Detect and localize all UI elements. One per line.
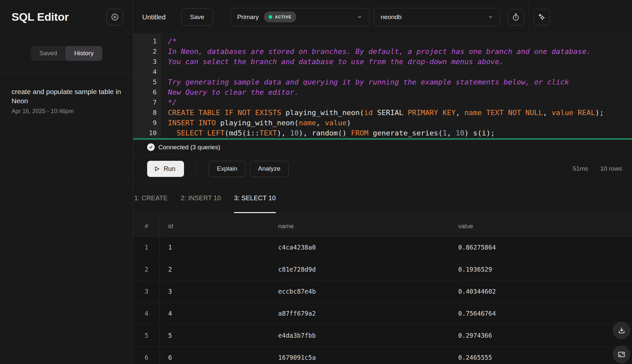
- column-header: value: [450, 223, 632, 230]
- toolbar-divider: [222, 0, 222, 34]
- download-button[interactable]: [613, 322, 630, 339]
- sidebar: SQL Editor Saved History create and popu…: [0, 0, 133, 364]
- line-number: 5: [133, 77, 157, 87]
- active-status-dot: [269, 15, 272, 19]
- toolbar: Untitled Save Primary ACTIVE neondb: [133, 0, 632, 34]
- table-row[interactable]: 661679091c5a0.2465555: [133, 347, 632, 364]
- table-row[interactable]: 11c4ca4238a00.86275864: [133, 236, 632, 258]
- toolbar-divider: [529, 0, 529, 34]
- query-duration: 51ms: [573, 165, 588, 172]
- code-line: New Query to clear the editor.: [168, 87, 632, 97]
- code-line: SELECT LEFT(md5(i::TEXT), 10), random() …: [168, 128, 632, 138]
- analyze-button[interactable]: Analyze: [250, 161, 289, 177]
- line-number: 8: [133, 108, 157, 118]
- actions-bar: Run Explain Analyze 51ms 10 rows: [133, 155, 632, 183]
- line-number: 1: [133, 36, 157, 46]
- stopwatch-icon: [512, 13, 520, 21]
- line-number: 6: [133, 87, 157, 97]
- history-list: create and populate sample table in Neon…: [0, 73, 133, 115]
- table-header-row: #idnamevalue: [133, 216, 632, 236]
- connection-status: Connected (3 queries): [158, 144, 220, 151]
- column-header: name: [270, 223, 450, 230]
- table-cell: 6: [133, 347, 160, 364]
- history-item-date: Apr 16, 2025 - 10:46pm: [12, 108, 124, 115]
- line-number: 2: [133, 46, 157, 57]
- code-line: In Neon, databases are stored on branche…: [168, 46, 632, 57]
- play-icon: [154, 166, 160, 172]
- result-tabs: 1: CREATE2: INSERT 103: SELECT 10: [133, 183, 632, 214]
- sql-editor[interactable]: 12345678910 /*In Neon, databases are sto…: [133, 34, 632, 138]
- result-tab[interactable]: 1: CREATE: [134, 183, 168, 213]
- expand-button[interactable]: [613, 346, 630, 363]
- column-header: #: [133, 216, 160, 236]
- table-cell: 0.75646764: [450, 310, 632, 317]
- table-cell: 0.1936529: [450, 266, 632, 273]
- tab-saved[interactable]: Saved: [31, 46, 66, 61]
- table-row[interactable]: 55e4da3b7fbb0.2974366: [133, 325, 632, 347]
- fullscreen-icon: [617, 350, 626, 359]
- table-cell: 4: [133, 303, 160, 324]
- saved-history-toggle-wrap: Saved History: [0, 34, 133, 73]
- line-number: 9: [133, 118, 157, 128]
- sql-editor-app: SQL Editor Saved History create and popu…: [0, 0, 632, 364]
- new-query-button[interactable]: [107, 9, 123, 25]
- branch-status-label: ACTIVE: [275, 15, 292, 19]
- table-cell: 0.86275864: [450, 244, 632, 251]
- chevron-down-icon: [488, 14, 493, 20]
- table-cell: e4da3b7fbb: [270, 332, 450, 339]
- branch-select[interactable]: Primary ACTIVE: [230, 8, 369, 26]
- line-number: 10: [133, 128, 157, 138]
- table-cell: 5: [133, 325, 160, 346]
- plus-circle-icon: [111, 13, 119, 21]
- run-button-label: Run: [164, 165, 175, 173]
- query-name[interactable]: Untitled: [142, 13, 166, 21]
- table-row[interactable]: 33eccbc87e4b0.40344602: [133, 280, 632, 303]
- table-cell: 1: [133, 236, 160, 258]
- table-cell: 2: [160, 266, 270, 273]
- database-select[interactable]: neondb: [374, 8, 500, 26]
- history-item-title: create and populate sample table in Neon: [12, 87, 122, 106]
- result-tab[interactable]: 3: SELECT 10: [234, 183, 276, 213]
- code-line: You can select the branch and database t…: [168, 57, 632, 67]
- ai-assist-button[interactable]: [534, 9, 550, 25]
- chevron-down-icon: [357, 14, 362, 20]
- table-cell: c81e728d9d: [270, 266, 450, 273]
- tab-history[interactable]: History: [66, 46, 102, 61]
- explain-button[interactable]: Explain: [209, 161, 246, 177]
- database-name: neondb: [381, 13, 402, 21]
- line-number: 4: [133, 67, 157, 77]
- table-cell: 1: [160, 244, 270, 251]
- table-cell: 6: [160, 354, 270, 361]
- column-header: id: [160, 223, 270, 230]
- code-line: CREATE TABLE IF NOT EXISTS playing_with_…: [168, 108, 632, 118]
- table-cell: 0.2974366: [450, 332, 632, 339]
- code-line: /*: [168, 36, 632, 46]
- check-circle-icon: [147, 143, 155, 151]
- actions-divider: [196, 162, 197, 176]
- branch-status-badge: ACTIVE: [264, 12, 296, 22]
- code-line: INSERT INTO playing_with_neon(name, valu…: [168, 118, 632, 128]
- table-cell: 3: [133, 280, 160, 302]
- table-cell: 3: [160, 288, 270, 295]
- code-line: [168, 67, 632, 77]
- history-item[interactable]: create and populate sample table in Neon…: [0, 73, 133, 115]
- page-title: SQL Editor: [12, 11, 69, 23]
- table-cell: 0.40344602: [450, 288, 632, 295]
- sparkles-icon: [538, 13, 546, 21]
- table-cell: 0.2465555: [450, 354, 632, 361]
- table-cell: c4ca4238a0: [270, 244, 450, 251]
- table-cell: 2: [133, 258, 160, 280]
- table-row[interactable]: 22c81e728d9d0.1936529: [133, 258, 632, 280]
- saved-history-toggle: Saved History: [31, 46, 102, 61]
- code-line: */: [168, 97, 632, 108]
- line-number: 7: [133, 97, 157, 108]
- result-tab[interactable]: 2: INSERT 10: [181, 183, 221, 213]
- code-area[interactable]: /*In Neon, databases are stored on branc…: [161, 34, 632, 138]
- save-button[interactable]: Save: [181, 8, 213, 26]
- table-row[interactable]: 44a87ff679a20.75646764: [133, 303, 632, 325]
- query-timing-button[interactable]: [508, 9, 524, 25]
- run-button[interactable]: Run: [147, 161, 184, 177]
- table-cell: 4: [160, 310, 270, 317]
- row-count: 10 rows: [600, 165, 622, 172]
- line-numbers: 12345678910: [133, 34, 161, 138]
